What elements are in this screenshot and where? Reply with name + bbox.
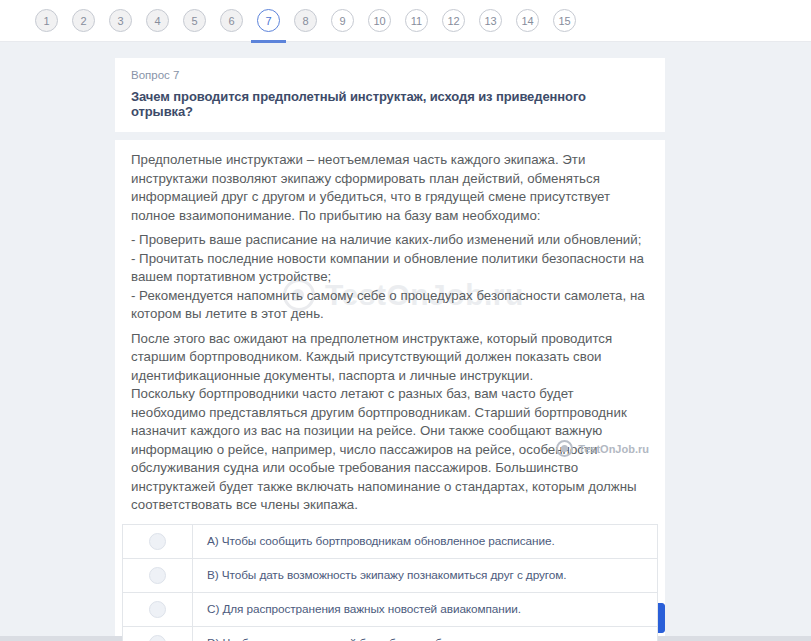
answer-option-row-d[interactable]: D) Чтобы выяснить, с какой базы будет ра… — [123, 627, 657, 641]
question-nav-item-1[interactable]: 1 — [35, 0, 58, 42]
passage-text: Предполетные инструктажи – неотъемлемая … — [115, 151, 665, 515]
question-number: 9 — [331, 9, 354, 32]
answer-option-label: С) Для распространения важных новостей а… — [193, 593, 657, 626]
answer-option-label: D) Чтобы выяснить, с какой базы будет ра… — [193, 627, 657, 641]
question-header-card: Вопрос 7 Зачем проводится предполетный и… — [115, 58, 665, 132]
question-nav-item-2[interactable]: 2 — [72, 0, 95, 42]
question-number: 1 — [35, 9, 58, 32]
question-number: 14 — [516, 9, 539, 32]
question-nav-item-11[interactable]: 11 — [405, 0, 428, 42]
question-label: Вопрос 7 — [131, 69, 649, 81]
question-nav-item-9[interactable]: 9 — [331, 0, 354, 42]
radio-button[interactable] — [149, 635, 166, 641]
question-nav-item-3[interactable]: 3 — [109, 0, 132, 42]
passage-paragraph: После этого вас ожидают на предполетном … — [131, 330, 649, 515]
question-nav-item-13[interactable]: 13 — [479, 0, 502, 42]
radio-cell — [123, 593, 193, 626]
answer-options-table: А) Чтобы сообщить бортпроводникам обновл… — [122, 524, 658, 641]
question-number: 13 — [479, 9, 502, 32]
question-nav-item-5[interactable]: 5 — [183, 0, 206, 42]
radio-cell — [123, 627, 193, 641]
question-nav-item-8[interactable]: 8 — [294, 0, 317, 42]
passage-card: TestOnJob.ru Предполетные инструктажи – … — [115, 140, 665, 641]
question-number: 8 — [294, 9, 317, 32]
answer-option-row-a[interactable]: А) Чтобы сообщить бортпроводникам обновл… — [123, 525, 657, 559]
passage-paragraph: Предполетные инструктажи – неотъемлемая … — [131, 151, 649, 225]
question-title: Зачем проводится предполетный инструктаж… — [131, 89, 649, 119]
question-nav-bar: 1 2 3 4 5 6 7 8 9 10 11 12 13 14 15 — [0, 0, 811, 42]
question-number: 7 — [257, 9, 280, 32]
answer-option-label: А) Чтобы сообщить бортпроводникам обновл… — [193, 525, 657, 558]
radio-cell — [123, 559, 193, 592]
passage-bullet-list: - Проверить ваше расписание на наличие к… — [131, 231, 649, 324]
answer-option-row-c[interactable]: С) Для распространения важных новостей а… — [123, 593, 657, 627]
question-number: 2 — [72, 9, 95, 32]
question-number: 15 — [553, 9, 576, 32]
quiz-content: Вопрос 7 Зачем проводится предполетный и… — [115, 58, 665, 641]
question-nav-item-4[interactable]: 4 — [146, 0, 169, 42]
question-nav-item-15[interactable]: 15 — [553, 0, 576, 42]
radio-cell — [123, 525, 193, 558]
question-nav-item-7-current[interactable]: 7 — [257, 0, 280, 42]
question-number: 10 — [368, 9, 391, 32]
radio-button[interactable] — [149, 533, 166, 550]
radio-button[interactable] — [149, 601, 166, 618]
question-nav-item-10[interactable]: 10 — [368, 0, 391, 42]
question-number: 11 — [405, 9, 428, 32]
question-number: 12 — [442, 9, 465, 32]
question-number: 5 — [183, 9, 206, 32]
radio-button[interactable] — [149, 567, 166, 584]
question-number: 4 — [146, 9, 169, 32]
answer-option-label: В) Чтобы дать возможность экипажу познак… — [193, 559, 657, 592]
answer-option-row-b[interactable]: В) Чтобы дать возможность экипажу познак… — [123, 559, 657, 593]
question-number: 3 — [109, 9, 132, 32]
question-number: 6 — [220, 9, 243, 32]
question-nav-item-14[interactable]: 14 — [516, 0, 539, 42]
question-nav-item-12[interactable]: 12 — [442, 0, 465, 42]
question-nav-item-6[interactable]: 6 — [220, 0, 243, 42]
